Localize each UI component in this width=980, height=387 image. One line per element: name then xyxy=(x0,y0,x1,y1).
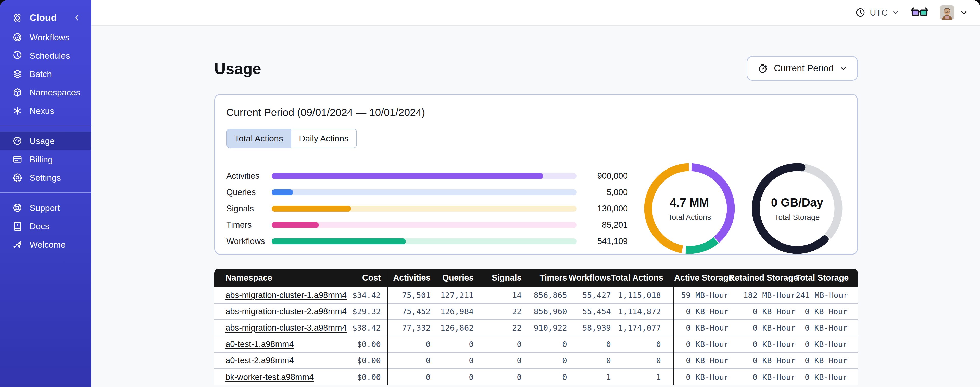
bar-track xyxy=(272,173,577,179)
sidebar-item-nexus[interactable]: Nexus xyxy=(0,102,91,120)
panel-heading: Current Period (09/01/2024 — 10/01/2024) xyxy=(226,106,843,118)
bar-value: 5,000 xyxy=(584,187,628,197)
column-header-namespace: Namespace xyxy=(214,269,339,287)
timers-cell: 0 xyxy=(522,369,567,385)
total-storage-cell: 0 KB-Hour xyxy=(795,320,858,336)
sidebar-item-support[interactable]: Support xyxy=(0,198,91,217)
namespace-link[interactable]: bk-worker-test.a98mm4 xyxy=(226,372,314,382)
user-avatar[interactable] xyxy=(940,5,955,20)
sidebar-item-workflows[interactable]: Workflows xyxy=(0,28,91,46)
bar-label: Signals xyxy=(226,204,272,213)
chevron-down-icon xyxy=(892,9,899,16)
bar-label: Queries xyxy=(226,187,272,197)
usage-bar-row: Timers 85,201 xyxy=(226,217,628,233)
total-actions-cell: 0 xyxy=(611,352,674,369)
workflows-cell: 0 xyxy=(567,352,611,369)
topbar: UTC xyxy=(91,0,980,26)
namespace-link[interactable]: abs-migration-cluster-1.a98mm4 xyxy=(226,290,347,300)
sidebar-item-billing[interactable]: Billing xyxy=(0,150,91,168)
total-actions-cell: 1,174,077 xyxy=(611,320,674,336)
timers-cell: 0 xyxy=(522,336,567,352)
content-column: UTC xyxy=(91,0,980,387)
timers-cell: 856,960 xyxy=(522,303,567,320)
cost-cell: $0.00 xyxy=(339,352,387,369)
sidebar-item-namespaces[interactable]: Namespaces xyxy=(0,83,91,102)
total-storage-cell: 0 KB-Hour xyxy=(795,369,858,385)
tab-daily-actions[interactable]: Daily Actions xyxy=(291,129,356,147)
table-row: a0-test-2.a98mm4 $0.00 0 0 0 0 0 0 0 KB-… xyxy=(214,352,858,369)
timers-cell: 910,922 xyxy=(522,320,567,336)
total-actions-cell: 1,115,018 xyxy=(611,287,674,303)
queries-cell: 126,984 xyxy=(431,303,474,320)
sidebar-item-label: Billing xyxy=(30,154,53,165)
sidebar-item-label: Workflows xyxy=(30,32,69,42)
namespaces-icon xyxy=(12,87,23,98)
table-row: abs-migration-cluster-1.a98mm4 $34.42 75… xyxy=(214,287,858,303)
cost-cell: $0.00 xyxy=(339,369,387,385)
total-storage-cell: 0 KB-Hour xyxy=(795,303,858,320)
activities-cell: 0 xyxy=(387,369,431,385)
sidebar-item-settings[interactable]: Settings xyxy=(0,168,91,187)
activities-cell: 75,452 xyxy=(387,303,431,320)
sidebar-collapse-button[interactable] xyxy=(72,14,81,22)
donut-charts: 4.7 MM Total Actions 0 GB/Day Total Stor… xyxy=(644,163,843,254)
bar-label: Activities xyxy=(226,171,272,181)
tab-total-actions[interactable]: Total Actions xyxy=(227,129,291,147)
retained-storage-cell: 0 KB-Hour xyxy=(729,336,795,352)
sidebar-item-label: Welcome xyxy=(30,240,65,249)
stopwatch-icon xyxy=(757,63,768,74)
active-storage-cell: 0 KB-Hour xyxy=(674,369,729,385)
sidebar-item-label: Nexus xyxy=(30,106,54,116)
column-header-active-storage: Active Storage xyxy=(674,269,729,287)
sidebar-divider xyxy=(0,192,91,193)
namespace-link[interactable]: abs-migration-cluster-3.a98mm4 xyxy=(226,323,347,333)
signals-cell: 14 xyxy=(474,287,522,303)
actions-tabs: Total Actions Daily Actions xyxy=(226,129,357,148)
feedback-glasses-icon[interactable] xyxy=(911,6,929,18)
retained-storage-cell: 182 MB-Hour xyxy=(729,287,795,303)
chevron-down-icon xyxy=(839,64,847,72)
table-row: a0-test-1.a98mm4 $0.00 0 0 0 0 0 0 0 KB-… xyxy=(214,336,858,352)
donut-label: Total Actions xyxy=(668,213,711,222)
bar-value: 900,000 xyxy=(584,171,628,181)
usage-gauge-icon xyxy=(12,135,23,147)
active-storage-cell: 59 MB-Hour xyxy=(674,287,729,303)
usage-bar-row: Queries 5,000 xyxy=(226,184,628,200)
column-header-retained-storage: Retained Storage xyxy=(729,269,795,287)
namespace-usage-table: Namespace Cost Activities Queries Signal… xyxy=(214,269,858,385)
sidebar-item-docs[interactable]: Docs xyxy=(0,217,91,235)
chevron-down-icon xyxy=(959,8,968,17)
namespace-link[interactable]: a0-test-2.a98mm4 xyxy=(226,356,294,365)
timezone-picker[interactable]: UTC xyxy=(855,7,899,18)
bar-value: 130,000 xyxy=(584,204,628,213)
donut-label: Total Storage xyxy=(775,213,820,222)
retained-storage-cell: 0 KB-Hour xyxy=(729,352,795,369)
namespace-link[interactable]: a0-test-1.a98mm4 xyxy=(226,339,294,349)
sidebar-item-schedules[interactable]: Schedules xyxy=(0,46,91,65)
clock-icon xyxy=(855,7,866,18)
donut-value: 4.7 MM xyxy=(670,195,709,209)
signals-cell: 0 xyxy=(474,336,522,352)
period-selector-button[interactable]: Current Period xyxy=(747,56,858,81)
usage-bar-row: Signals 130,000 xyxy=(226,200,628,217)
welcome-rocket-icon xyxy=(12,239,23,250)
sidebar-footer-nav: Support Docs xyxy=(0,198,91,254)
signals-cell: 22 xyxy=(474,303,522,320)
bar-track xyxy=(272,238,577,244)
account-menu[interactable] xyxy=(940,5,968,20)
total-storage-cell: 0 KB-Hour xyxy=(795,352,858,369)
total-storage-cell: 0 KB-Hour xyxy=(795,336,858,352)
namespace-link[interactable]: abs-migration-cluster-2.a98mm4 xyxy=(226,307,347,316)
namespace-cell: bk-worker-test.a98mm4 xyxy=(214,369,339,385)
total-actions-cell: 0 xyxy=(611,336,674,352)
sidebar-item-welcome[interactable]: Welcome xyxy=(0,235,91,254)
signals-cell: 0 xyxy=(474,369,522,385)
column-header-queries: Queries xyxy=(431,269,474,287)
usage-bar-row: Workflows 541,109 xyxy=(226,233,628,249)
sidebar-item-usage[interactable]: Usage xyxy=(0,132,91,150)
active-storage-cell: 0 KB-Hour xyxy=(674,303,729,320)
table-row: abs-migration-cluster-3.a98mm4 $38.42 77… xyxy=(214,320,858,336)
sidebar-item-batch[interactable]: Batch xyxy=(0,65,91,83)
column-header-cost: Cost xyxy=(339,269,387,287)
sidebar: Cloud Workflows Schedul xyxy=(0,0,91,387)
